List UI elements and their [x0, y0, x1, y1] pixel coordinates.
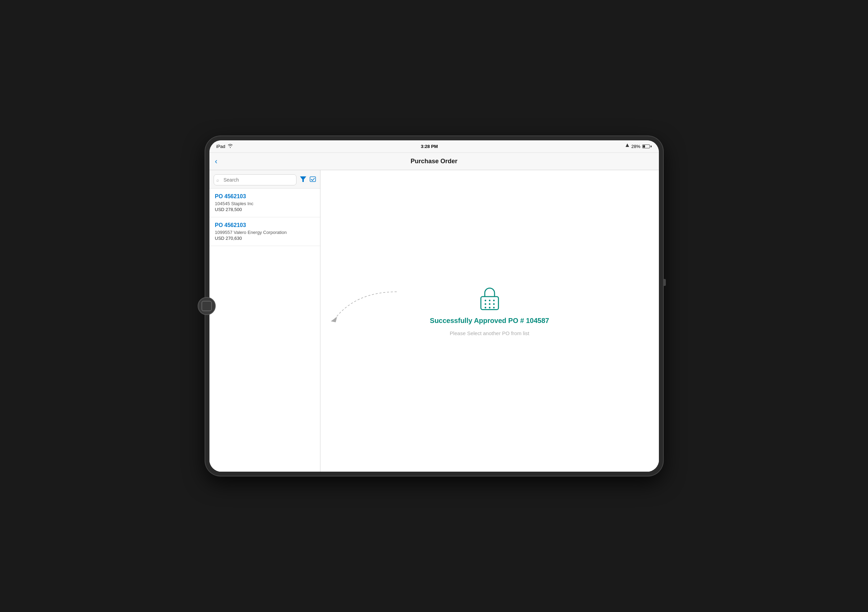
- battery-percent: 28%: [631, 144, 640, 149]
- search-icon: ⌕: [216, 178, 219, 182]
- dashed-arrow: [321, 285, 397, 326]
- status-time: 3:28 PM: [421, 144, 438, 149]
- svg-point-9: [493, 303, 494, 305]
- success-content: Successfully Approved PO # 104587 Please…: [430, 285, 549, 336]
- lock-icon: [477, 285, 502, 311]
- status-right: 28%: [626, 144, 652, 149]
- wifi-icon: [228, 144, 233, 149]
- po-number-1: PO 4562103: [215, 193, 315, 199]
- main-content: ⌕: [209, 170, 659, 471]
- location-icon: [626, 144, 629, 149]
- status-bar: iPad 3:28 PM 28%: [209, 141, 659, 153]
- success-title: Successfully Approved PO # 104587: [430, 317, 549, 325]
- success-subtitle: Please Select another PO from list: [450, 330, 529, 336]
- svg-point-12: [493, 307, 494, 308]
- po-list-item-2[interactable]: PO 4562103 1099557 Valero Energy Corpora…: [209, 217, 320, 246]
- po-vendor-2: 1099557 Valero Energy Corporation: [215, 230, 315, 235]
- checkmark-icon[interactable]: [310, 176, 316, 184]
- po-list-item-1[interactable]: PO 4562103 104545 Staples Inc USD 278,50…: [209, 189, 320, 217]
- home-button[interactable]: [198, 297, 216, 315]
- po-amount-2: USD 270,630: [215, 236, 315, 241]
- svg-point-4: [484, 300, 486, 301]
- battery-cap: [651, 145, 652, 147]
- svg-point-11: [488, 307, 490, 308]
- battery-body: [642, 145, 650, 148]
- device-screen: iPad 3:28 PM 28%: [209, 141, 659, 471]
- home-button-inner: [202, 301, 212, 311]
- svg-point-7: [484, 303, 486, 305]
- filter-icon[interactable]: [300, 176, 306, 184]
- po-vendor-1: 104545 Staples Inc: [215, 201, 315, 206]
- left-panel: ⌕: [209, 170, 321, 471]
- svg-point-10: [484, 307, 486, 308]
- right-panel: Successfully Approved PO # 104587 Please…: [321, 170, 659, 471]
- status-left: iPad: [216, 144, 233, 149]
- svg-rect-1: [310, 177, 316, 182]
- svg-point-5: [488, 300, 490, 301]
- device-frame: iPad 3:28 PM 28%: [205, 136, 663, 476]
- svg-marker-0: [300, 176, 306, 182]
- nav-bar: ‹ Purchase Order: [209, 153, 659, 170]
- side-button[interactable]: [663, 279, 666, 286]
- po-list: PO 4562103 104545 Staples Inc USD 278,50…: [209, 189, 320, 471]
- po-amount-1: USD 278,500: [215, 207, 315, 212]
- search-bar: ⌕: [209, 170, 320, 189]
- po-number-2: PO 4562103: [215, 222, 315, 229]
- battery-fill: [643, 145, 645, 148]
- svg-point-8: [488, 303, 490, 305]
- svg-marker-2: [331, 317, 337, 322]
- ipad-label: iPad: [216, 144, 225, 149]
- nav-title: Purchase Order: [411, 158, 457, 165]
- search-input[interactable]: [214, 174, 296, 185]
- svg-point-6: [493, 300, 494, 301]
- back-button[interactable]: ‹: [215, 157, 217, 166]
- search-input-wrapper: ⌕: [214, 174, 296, 185]
- battery-icon: [642, 145, 652, 148]
